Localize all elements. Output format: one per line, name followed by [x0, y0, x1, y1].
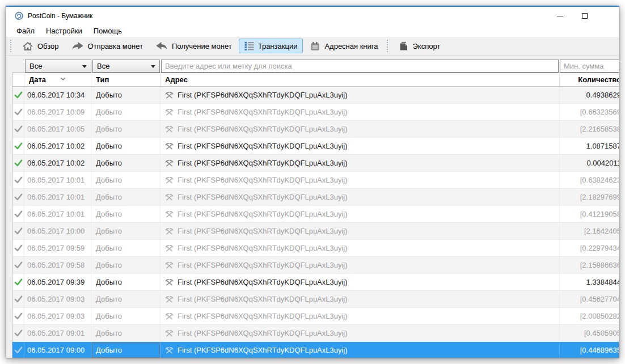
- cell-date: 06.05.2017 10:00: [24, 223, 91, 239]
- sort-descending-icon: [60, 74, 66, 82]
- transaction-row[interactable]: 06.05.2017 10:09ДобытоFirst (PKFSP6dN6XQ…: [12, 104, 619, 121]
- toolbar-button-receive-coins[interactable]: Получение монет: [150, 39, 238, 53]
- unconfirmed-check-icon: [12, 291, 24, 307]
- cell-amount: [2.1642405: [560, 223, 619, 239]
- cell-type: Добыто: [91, 172, 161, 188]
- address-label: First (PKFSP6dN6XQqSXhRTdyKDQFLpuAxL3uyi…: [178, 210, 348, 218]
- transaction-row[interactable]: 06.05.2017 09:03ДобытоFirst (PKFSP6dN6XQ…: [12, 308, 619, 325]
- cell-type: Добыто: [91, 104, 161, 120]
- transaction-row[interactable]: 06.05.2017 10:01ДобытоFirst (PKFSP6dN6XQ…: [12, 206, 619, 223]
- address-label: First (PKFSP6dN6XQqSXhRTdyKDQFLpuAxL3uyi…: [178, 125, 348, 133]
- toolbar-button-label: Адресная книга: [324, 42, 378, 50]
- cell-date: 06.05.2017 10:34: [24, 87, 91, 103]
- toolbar-separator: [387, 40, 390, 52]
- menu-item-file[interactable]: Файл: [11, 26, 40, 36]
- address-label: First (PKFSP6dN6XQqSXhRTdyKDQFLpuAxL3uyi…: [178, 295, 348, 303]
- date-filter-dropdown[interactable]: Все: [25, 60, 91, 73]
- cell-type: Добыто: [91, 240, 161, 256]
- column-header-address[interactable]: Адрес: [161, 73, 560, 86]
- transaction-row[interactable]: 06.05.2017 10:05ДобытоFirst (PKFSP6dN6XQ…: [12, 121, 619, 138]
- unconfirmed-check-icon: [12, 121, 24, 137]
- toolbar-button-label: Получение монет: [172, 42, 232, 50]
- address-label: First (PKFSP6dN6XQqSXhRTdyKDQFLpuAxL3uyi…: [178, 227, 348, 235]
- cell-date: 06.05.2017 10:01: [24, 189, 91, 205]
- toolbar-button-address-book[interactable]: Адресная книга: [304, 39, 383, 54]
- toolbar-button-label: Обзор: [37, 42, 59, 50]
- title-bar: PostCoin - Бумажник: [6, 7, 619, 25]
- cell-address: First (PKFSP6dN6XQqSXhRTdyKDQFLpuAxL3uyi…: [161, 342, 560, 358]
- column-header-status[interactable]: [12, 73, 24, 86]
- min-amount-input[interactable]: [560, 60, 619, 73]
- toolbar: ОбзорОтправка монетПолучение монетТранза…: [6, 37, 619, 56]
- address-label: First (PKFSP6dN6XQqSXhRTdyKDQFLpuAxL3uyi…: [178, 278, 348, 286]
- toolbar-grip-handle[interactable]: [10, 40, 13, 52]
- cell-amount: 1.0871587: [560, 138, 619, 154]
- transaction-row[interactable]: 06.05.2017 09:00ДобытоFirst (PKFSP6dN6XQ…: [12, 342, 619, 358]
- type-filter-value: Все: [97, 62, 109, 70]
- transaction-row[interactable]: 06.05.2017 09:01ДобытоFirst (PKFSP6dN6XQ…: [12, 325, 619, 342]
- cell-amount: [0.45627704: [560, 291, 619, 307]
- confirmed-check-icon: [12, 138, 24, 154]
- cell-amount: [0.44689635: [560, 342, 619, 358]
- address-label: First (PKFSP6dN6XQqSXhRTdyKDQFLpuAxL3uyi…: [178, 91, 348, 99]
- cell-amount: [2.18297699: [560, 189, 619, 205]
- column-header-date[interactable]: Дата: [24, 73, 91, 86]
- search-input[interactable]: [161, 60, 559, 73]
- table-body: 06.05.2017 10:34ДобытоFirst (PKFSP6dN6XQ…: [12, 87, 619, 358]
- cell-date: 06.05.2017 09:03: [24, 291, 91, 307]
- cell-date: 06.05.2017 09:39: [24, 274, 91, 290]
- confirmed-check-icon: [12, 155, 24, 171]
- mined-icon: [165, 312, 174, 320]
- transaction-row[interactable]: 06.05.2017 10:01ДобытоFirst (PKFSP6dN6XQ…: [12, 189, 619, 206]
- transaction-row[interactable]: 06.05.2017 10:02ДобытоFirst (PKFSP6dN6XQ…: [12, 138, 619, 155]
- toolbar-button-send-coins[interactable]: Отправка монет: [66, 39, 149, 53]
- cell-amount: [2.21658538: [560, 121, 619, 137]
- cell-type: Добыто: [91, 257, 161, 273]
- unconfirmed-check-icon: [12, 172, 24, 188]
- transaction-row[interactable]: 06.05.2017 09:03ДобытоFirst (PKFSP6dN6XQ…: [12, 291, 619, 308]
- column-header-amount[interactable]: Количество: [560, 73, 619, 86]
- cell-address: First (PKFSP6dN6XQqSXhRTdyKDQFLpuAxL3uyi…: [161, 257, 560, 273]
- transactions-table: Дата Тип Адрес Количество 06.: [12, 73, 619, 358]
- cell-amount: [2.15986636: [560, 257, 619, 273]
- toolbar-button-label: Экспорт: [413, 42, 441, 50]
- cell-address: First (PKFSP6dN6XQqSXhRTdyKDQFLpuAxL3uyi…: [161, 308, 560, 324]
- cell-date: 06.05.2017 10:02: [24, 155, 91, 171]
- address-book-icon: [310, 41, 320, 51]
- transaction-row[interactable]: 06.05.2017 10:02ДобытоFirst (PKFSP6dN6XQ…: [12, 155, 619, 172]
- transaction-row[interactable]: 06.05.2017 09:58ДобытоFirst (PKFSP6dN6XQ…: [12, 257, 619, 274]
- transaction-row[interactable]: 06.05.2017 10:01ДобытоFirst (PKFSP6dN6XQ…: [12, 172, 619, 189]
- column-header-type[interactable]: Тип: [91, 73, 161, 86]
- cell-date: 06.05.2017 10:01: [24, 206, 91, 222]
- unconfirmed-check-icon: [12, 342, 24, 358]
- window-title: PostCoin - Бумажник: [28, 7, 92, 25]
- transaction-row[interactable]: 06.05.2017 10:00ДобытоFirst (PKFSP6dN6XQ…: [12, 223, 619, 240]
- mined-icon: [165, 227, 174, 235]
- cell-date: 06.05.2017 09:58: [24, 257, 91, 273]
- cell-amount: 0.0042011: [560, 155, 619, 171]
- menu-item-settings[interactable]: Настройки: [40, 26, 88, 36]
- cell-address: First (PKFSP6dN6XQqSXhRTdyKDQFLpuAxL3uyi…: [161, 87, 560, 103]
- type-filter-dropdown[interactable]: Все: [92, 60, 160, 73]
- toolbar-button-overview[interactable]: Обзор: [16, 39, 65, 54]
- cell-address: First (PKFSP6dN6XQqSXhRTdyKDQFLpuAxL3uyi…: [161, 291, 560, 307]
- unconfirmed-check-icon: [12, 240, 24, 256]
- menu-item-help[interactable]: Помощь: [88, 26, 128, 36]
- transaction-row[interactable]: 06.05.2017 09:59ДобытоFirst (PKFSP6dN6XQ…: [12, 240, 619, 257]
- toolbar-button-transactions[interactable]: Транзакции: [239, 39, 303, 53]
- cell-type: Добыто: [91, 138, 161, 154]
- toolbar-button-export[interactable]: Экспорт: [393, 39, 446, 53]
- home-icon: [22, 41, 33, 51]
- cell-type: Добыто: [91, 274, 161, 290]
- postcoin-logo-icon: [14, 11, 24, 21]
- cell-amount: [0.22979434: [560, 240, 619, 256]
- mined-icon: [165, 346, 174, 354]
- minimize-button[interactable]: [547, 7, 572, 25]
- maximize-button[interactable]: [572, 7, 597, 25]
- transaction-row[interactable]: 06.05.2017 09:39ДобытоFirst (PKFSP6dN6XQ…: [12, 274, 619, 291]
- unconfirmed-check-icon: [12, 325, 24, 341]
- transaction-row[interactable]: 06.05.2017 10:34ДобытоFirst (PKFSP6dN6XQ…: [12, 87, 619, 104]
- cell-address: First (PKFSP6dN6XQqSXhRTdyKDQFLpuAxL3uyi…: [161, 274, 560, 290]
- cell-amount: [2.00850282: [560, 308, 619, 324]
- address-label: First (PKFSP6dN6XQqSXhRTdyKDQFLpuAxL3uyi…: [178, 108, 348, 116]
